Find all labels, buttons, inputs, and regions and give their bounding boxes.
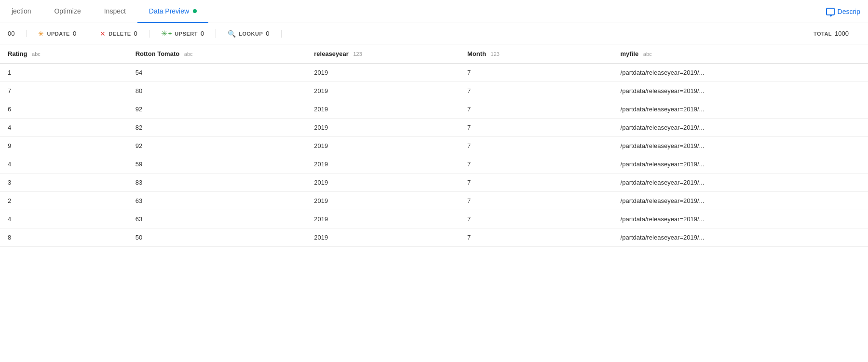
stat-total-value: 1000 bbox=[835, 30, 849, 37]
stat-total-label: TOTAL bbox=[814, 31, 832, 37]
cell-rotton: 83 bbox=[128, 174, 307, 192]
cell-rotton: 92 bbox=[128, 137, 307, 155]
cell-myfile: /partdata/releaseyear=2019/... bbox=[613, 210, 868, 228]
cell-myfile: /partdata/releaseyear=2019/... bbox=[613, 64, 868, 82]
table-row[interactable]: 85020197/partdata/releaseyear=2019/... bbox=[0, 228, 868, 247]
cell-month: 7 bbox=[460, 82, 613, 100]
col-month-label: Month bbox=[467, 50, 486, 57]
col-rotton-type: abc bbox=[184, 51, 193, 57]
table-row[interactable]: 69220197/partdata/releaseyear=2019/... bbox=[0, 100, 868, 119]
tab-projection[interactable]: jection bbox=[0, 0, 42, 23]
stat-count: 00 bbox=[8, 30, 27, 37]
cell-myfile: /partdata/releaseyear=2019/... bbox=[613, 174, 868, 192]
cell-rating: 1 bbox=[0, 64, 128, 82]
cell-rating: 2 bbox=[0, 192, 128, 210]
cell-month: 7 bbox=[460, 155, 613, 174]
table-row[interactable]: 15420197/partdata/releaseyear=2019/... bbox=[0, 64, 868, 82]
tab-optimize[interactable]: Optimize bbox=[42, 0, 92, 23]
describe-button[interactable]: Descrip bbox=[826, 8, 868, 15]
cell-rotton: 63 bbox=[128, 192, 307, 210]
cell-rating: 4 bbox=[0, 155, 128, 174]
stat-update-label: UPDATE bbox=[47, 31, 69, 37]
cell-month: 7 bbox=[460, 119, 613, 137]
col-header-month[interactable]: Month 123 bbox=[460, 44, 613, 64]
table-row[interactable]: 46320197/partdata/releaseyear=2019/... bbox=[0, 210, 868, 228]
cell-releaseyear: 2019 bbox=[306, 82, 460, 100]
cell-month: 7 bbox=[460, 210, 613, 228]
stat-delete: ✕ DELETE 0 bbox=[88, 30, 149, 38]
col-myfile-label: myfile bbox=[621, 50, 639, 57]
table-row[interactable]: 45920197/partdata/releaseyear=2019/... bbox=[0, 155, 868, 174]
col-header-releaseyear[interactable]: releaseyear 123 bbox=[306, 44, 460, 64]
tab-inspect-label: Inspect bbox=[104, 7, 126, 15]
cell-myfile: /partdata/releaseyear=2019/... bbox=[613, 100, 868, 119]
cell-myfile: /partdata/releaseyear=2019/... bbox=[613, 155, 868, 174]
cell-myfile: /partdata/releaseyear=2019/... bbox=[613, 137, 868, 155]
col-year-type: 123 bbox=[353, 51, 362, 57]
stat-delete-label: DELETE bbox=[108, 31, 131, 37]
cell-releaseyear: 2019 bbox=[306, 137, 460, 155]
cell-releaseyear: 2019 bbox=[306, 155, 460, 174]
table-row[interactable]: 38320197/partdata/releaseyear=2019/... bbox=[0, 174, 868, 192]
cell-rotton: 92 bbox=[128, 100, 307, 119]
tab-data-preview[interactable]: Data Preview bbox=[137, 0, 208, 23]
col-rating-label: Rating bbox=[8, 50, 27, 57]
table-row[interactable]: 78020197/partdata/releaseyear=2019/... bbox=[0, 82, 868, 100]
tab-inspect[interactable]: Inspect bbox=[93, 0, 137, 23]
update-icon: ✳ bbox=[38, 30, 44, 38]
cell-month: 7 bbox=[460, 174, 613, 192]
cell-rotton: 54 bbox=[128, 64, 307, 82]
stat-count-value: 00 bbox=[8, 30, 14, 37]
stat-lookup: 🔍 LOOKUP 0 bbox=[216, 30, 281, 38]
cell-myfile: /partdata/releaseyear=2019/... bbox=[613, 192, 868, 210]
tab-optimize-label: Optimize bbox=[54, 7, 81, 15]
stat-upsert-value: 0 bbox=[201, 30, 204, 37]
cell-rating: 4 bbox=[0, 119, 128, 137]
cell-releaseyear: 2019 bbox=[306, 119, 460, 137]
stat-lookup-value: 0 bbox=[266, 30, 269, 37]
data-preview-active-dot bbox=[193, 9, 197, 13]
table-header-row: Rating abc Rotton Tomato abc releaseyear… bbox=[0, 44, 868, 64]
cell-releaseyear: 2019 bbox=[306, 210, 460, 228]
stat-delete-value: 0 bbox=[134, 30, 137, 37]
cell-month: 7 bbox=[460, 192, 613, 210]
col-header-rotton[interactable]: Rotton Tomato abc bbox=[128, 44, 307, 64]
stat-update-value: 0 bbox=[73, 30, 76, 37]
cell-rating: 7 bbox=[0, 82, 128, 100]
table-row[interactable]: 26320197/partdata/releaseyear=2019/... bbox=[0, 192, 868, 210]
cell-month: 7 bbox=[460, 137, 613, 155]
data-table: Rating abc Rotton Tomato abc releaseyear… bbox=[0, 44, 868, 247]
lookup-icon: 🔍 bbox=[228, 30, 236, 38]
stat-update: ✳ UPDATE 0 bbox=[27, 30, 88, 38]
stat-upsert-label: UPSERT bbox=[175, 31, 198, 37]
table-row[interactable]: 48220197/partdata/releaseyear=2019/... bbox=[0, 119, 868, 137]
cell-rating: 6 bbox=[0, 100, 128, 119]
delete-icon: ✕ bbox=[100, 30, 106, 38]
cell-rotton: 82 bbox=[128, 119, 307, 137]
cell-releaseyear: 2019 bbox=[306, 228, 460, 247]
stat-lookup-label: LOOKUP bbox=[239, 31, 263, 37]
cell-rating: 8 bbox=[0, 228, 128, 247]
stat-upsert: ✳ + UPSERT 0 bbox=[149, 29, 216, 38]
cell-rating: 3 bbox=[0, 174, 128, 192]
col-rating-type: abc bbox=[32, 51, 41, 57]
cell-rotton: 50 bbox=[128, 228, 307, 247]
tab-bar: jection Optimize Inspect Data Preview De… bbox=[0, 0, 868, 23]
tab-projection-label: jection bbox=[12, 7, 31, 15]
col-year-label: releaseyear bbox=[314, 50, 349, 57]
cell-rating: 9 bbox=[0, 137, 128, 155]
data-table-container: Rating abc Rotton Tomato abc releaseyear… bbox=[0, 44, 868, 247]
describe-icon bbox=[826, 8, 835, 15]
col-header-rating[interactable]: Rating abc bbox=[0, 44, 128, 64]
cell-myfile: /partdata/releaseyear=2019/... bbox=[613, 82, 868, 100]
col-header-myfile[interactable]: myfile abc bbox=[613, 44, 868, 64]
cell-releaseyear: 2019 bbox=[306, 64, 460, 82]
stat-total: TOTAL 1000 bbox=[802, 30, 860, 37]
col-myfile-type: abc bbox=[643, 51, 652, 57]
cell-releaseyear: 2019 bbox=[306, 174, 460, 192]
upsert-icon: ✳ bbox=[161, 29, 167, 38]
cell-myfile: /partdata/releaseyear=2019/... bbox=[613, 119, 868, 137]
stats-bar: 00 ✳ UPDATE 0 ✕ DELETE 0 ✳ + UPSERT 0 🔍 … bbox=[0, 23, 868, 44]
table-row[interactable]: 99220197/partdata/releaseyear=2019/... bbox=[0, 137, 868, 155]
cell-month: 7 bbox=[460, 228, 613, 247]
